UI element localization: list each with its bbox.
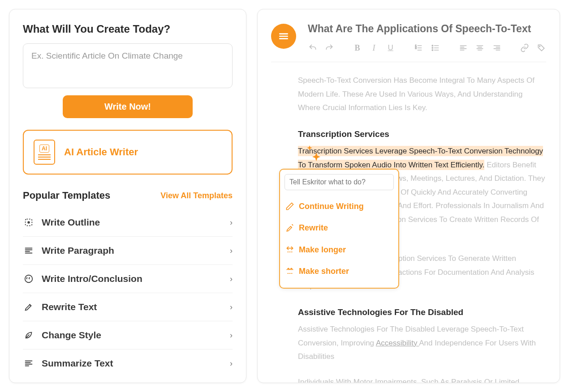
svg-point-1: [28, 222, 30, 223]
template-label: Write Intro/Conclusion: [42, 273, 223, 284]
template-summarize-text[interactable]: Summarize Text ›: [23, 349, 233, 377]
popular-templates-heading: Popular Templates: [23, 190, 110, 201]
ai-popup: Continue Writing Rewrite Make longer Mak…: [279, 169, 399, 289]
editor-header: What Are The Applications Of Speech-To-T…: [271, 23, 546, 62]
create-panel: What Will You Create Today? Write Now! A…: [9, 9, 246, 383]
section-paragraph: Individuals With Motor Impairments, Such…: [298, 375, 546, 383]
svg-point-2: [25, 275, 33, 283]
intro-paragraph: Speech-To-Text Conversion Has Become Int…: [298, 74, 546, 115]
chevron-right-icon: ›: [230, 331, 233, 340]
ai-action-make-longer[interactable]: Make longer: [284, 239, 394, 260]
write-now-button[interactable]: Write Now!: [63, 95, 193, 118]
align-left-button[interactable]: [459, 43, 468, 53]
tag-button[interactable]: [537, 43, 546, 53]
ai-action-continue-writing[interactable]: Continue Writing: [284, 196, 394, 217]
template-rewrite-text[interactable]: Rewrite Text ›: [23, 293, 233, 321]
menu-button[interactable]: [271, 24, 296, 49]
template-label: Write Outline: [42, 217, 223, 228]
template-change-style[interactable]: Change Style ›: [23, 321, 233, 349]
chevron-right-icon: ›: [230, 274, 233, 284]
template-label: Rewrite Text: [42, 302, 223, 312]
quote-icon: [23, 273, 34, 285]
rewrite-icon: [23, 301, 34, 313]
unordered-list-button[interactable]: [431, 43, 440, 53]
undo-button[interactable]: [308, 43, 317, 53]
template-label: Summarize Text: [42, 358, 223, 369]
underline-button[interactable]: U: [386, 43, 395, 53]
align-right-button[interactable]: [492, 43, 501, 53]
bold-button[interactable]: B: [353, 43, 362, 53]
leaf-icon: [23, 329, 34, 341]
template-label: Change Style: [42, 330, 223, 341]
svg-point-8: [539, 46, 540, 47]
svg-point-7: [432, 50, 433, 51]
svg-point-5: [432, 45, 433, 47]
template-write-intro-conclusion[interactable]: Write Intro/Conclusion ›: [23, 265, 233, 293]
ai-command-input[interactable]: [284, 174, 394, 190]
outline-icon: [23, 217, 34, 228]
chevron-right-icon: ›: [230, 303, 233, 312]
svg-text:2: 2: [415, 47, 417, 49]
templates-header: Popular Templates View All Templates: [23, 190, 233, 201]
article-body: Speech-To-Text Conversion Has Become Int…: [271, 74, 546, 383]
ai-article-writer-label: AI Article Writer: [64, 146, 138, 158]
chevron-right-icon: ›: [230, 359, 233, 368]
toolbar: B I U 12: [308, 43, 546, 53]
editor-panel: What Are The Applications Of Speech-To-T…: [257, 9, 560, 383]
ai-writer-icon: AI: [34, 140, 55, 165]
ai-action-rewrite[interactable]: Rewrite: [284, 217, 394, 239]
document-title: What Are The Applications Of Speech-To-T…: [308, 23, 546, 35]
italic-button[interactable]: I: [369, 43, 379, 53]
create-heading: What Will You Create Today?: [23, 23, 233, 35]
section-heading: Transcription Services: [298, 127, 546, 142]
section-heading: Assistive Technologies For The Disabled: [298, 305, 546, 320]
template-label: Write Paragraph: [42, 245, 223, 256]
sparkle-icon: [305, 145, 321, 167]
chevron-right-icon: ›: [230, 246, 233, 256]
template-write-paragraph[interactable]: Write Paragraph ›: [23, 237, 233, 265]
chevron-right-icon: ›: [230, 218, 233, 227]
templates-list: Write Outline › Write Paragraph › Write …: [23, 209, 233, 377]
section-paragraph: Assistive Technologies For The Disabled …: [298, 323, 546, 364]
template-write-outline[interactable]: Write Outline ›: [23, 209, 233, 237]
ordered-list-button[interactable]: 12: [414, 43, 423, 53]
accessibility-link[interactable]: Accessibility: [376, 339, 419, 347]
view-all-templates-link[interactable]: View All Templates: [160, 191, 233, 200]
prompt-input[interactable]: [23, 43, 233, 88]
redo-button[interactable]: [324, 43, 334, 53]
svg-point-6: [432, 47, 433, 49]
paragraph-icon: [23, 245, 34, 256]
ai-article-writer-card[interactable]: AI AI Article Writer: [23, 130, 233, 175]
summarize-icon: [23, 358, 34, 369]
align-center-button[interactable]: [475, 43, 485, 53]
link-button[interactable]: [520, 43, 530, 53]
ai-action-make-shorter[interactable]: Make shorter: [284, 260, 394, 282]
